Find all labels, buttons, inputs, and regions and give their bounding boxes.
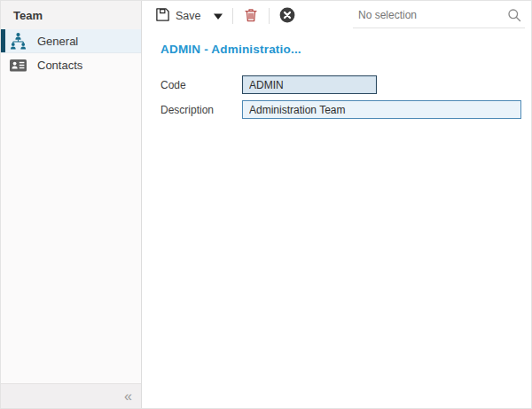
- sidebar-item-label: Contacts: [37, 59, 82, 72]
- code-label: Code: [160, 79, 242, 91]
- collapse-sidebar-button[interactable]: «: [124, 389, 132, 404]
- team-form: Code Description: [160, 75, 531, 125]
- contact-card-icon: [9, 56, 27, 75]
- sidebar-footer: «: [1, 383, 141, 408]
- save-dropdown-button[interactable]: [211, 8, 225, 25]
- search-icon[interactable]: [505, 8, 523, 22]
- close-button[interactable]: [277, 5, 298, 28]
- code-field[interactable]: [242, 75, 377, 94]
- selected-accent-bar: [1, 29, 5, 52]
- save-icon: [155, 7, 170, 25]
- toolbar-actions: Save: [153, 5, 298, 28]
- search-input[interactable]: [358, 9, 505, 21]
- sidebar-item-label: General: [37, 35, 78, 48]
- org-chart-icon: [9, 32, 27, 51]
- search-box: [353, 4, 525, 28]
- toolbar: Save: [142, 1, 531, 31]
- chevron-down-icon: [214, 10, 223, 23]
- page-title: ADMIN - Administratio...: [160, 43, 531, 56]
- trash-icon: [243, 7, 259, 26]
- save-label: Save: [176, 10, 201, 22]
- toolbar-divider: [269, 8, 270, 24]
- toolbar-divider: [232, 8, 233, 24]
- form-row-description: Description: [160, 100, 531, 119]
- close-icon: [279, 7, 295, 26]
- save-button[interactable]: Save: [153, 5, 204, 27]
- main-panel: Save: [142, 1, 531, 408]
- sidebar-title: Team: [1, 1, 141, 29]
- description-field[interactable]: [242, 100, 521, 119]
- sidebar-item-general[interactable]: General: [1, 29, 141, 53]
- description-label: Description: [160, 104, 242, 116]
- form-row-code: Code: [160, 75, 531, 94]
- delete-button[interactable]: [240, 5, 262, 28]
- sidebar-item-contacts[interactable]: Contacts: [1, 53, 141, 77]
- sidebar: Team General: [1, 1, 142, 408]
- app-window: Team General: [0, 0, 532, 409]
